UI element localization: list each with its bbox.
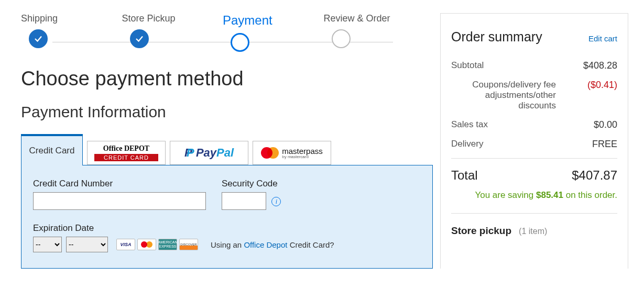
paypal-icon bbox=[184, 147, 194, 159]
store-pickup-heading: Store pickup (1 item) bbox=[451, 213, 617, 237]
paypal-pal: Pal bbox=[216, 146, 234, 160]
accepted-cards: VISA AMERICAN EXPRESS DISCOVER bbox=[116, 239, 198, 250]
check-icon bbox=[130, 29, 149, 48]
info-icon[interactable]: i bbox=[271, 197, 281, 206]
masterpass-label: masterpass by mastercard bbox=[282, 147, 323, 159]
savings-message: You are saving $85.41 on this order. bbox=[451, 190, 617, 201]
payment-method-tabs: Credit Card Office DEPOT CREDIT CARD Pay… bbox=[21, 134, 424, 165]
step-store-pickup[interactable]: Store Pickup bbox=[122, 13, 223, 48]
step-label: Store Pickup bbox=[122, 13, 176, 24]
cc-number-field: Credit Card Number bbox=[33, 179, 206, 210]
credit-card-panel: Credit Card Number Security Code i Expir… bbox=[21, 165, 433, 269]
tab-masterpass[interactable]: masterpass by mastercard bbox=[253, 141, 331, 165]
line-sales-tax: Sales tax $0.00 bbox=[451, 119, 617, 130]
edit-cart-link[interactable]: Edit cart bbox=[588, 34, 617, 43]
exp-year-select[interactable]: -- bbox=[66, 237, 108, 252]
exp-month-select[interactable]: -- bbox=[33, 237, 62, 252]
mastercard-icon bbox=[137, 239, 156, 250]
cc-code-field: Security Code i bbox=[222, 179, 281, 210]
step-review-order[interactable]: Review & Order bbox=[324, 13, 425, 48]
visa-icon: VISA bbox=[116, 239, 135, 250]
office-depot-logo: Office DEPOT bbox=[103, 144, 149, 152]
checkout-stepper: Shipping Store Pickup Payment Review & O… bbox=[21, 13, 424, 52]
cc-number-input[interactable] bbox=[33, 192, 206, 210]
future-step-icon bbox=[332, 29, 351, 48]
order-summary-title: Order summary bbox=[451, 29, 542, 45]
tab-credit-card[interactable]: Credit Card bbox=[21, 134, 83, 165]
discover-icon: DISCOVER bbox=[179, 239, 198, 250]
summary-separator bbox=[451, 158, 617, 159]
line-subtotal: Subtotal $408.28 bbox=[451, 60, 617, 71]
office-depot-card-link[interactable]: Office Depot bbox=[244, 240, 287, 249]
tab-paypal[interactable]: PayPal bbox=[170, 141, 248, 165]
line-total: Total $407.87 bbox=[451, 168, 617, 183]
line-delivery: Delivery FREE bbox=[451, 139, 617, 150]
step-label: Payment bbox=[223, 13, 272, 28]
cc-code-input[interactable] bbox=[222, 192, 266, 210]
using-od-prompt: Using an Office Depot Credit Card? bbox=[211, 240, 334, 249]
cc-code-label: Security Code bbox=[222, 179, 281, 189]
check-icon bbox=[29, 29, 48, 48]
step-shipping[interactable]: Shipping bbox=[21, 13, 122, 48]
section-title: Payment Information bbox=[21, 103, 424, 121]
page-title: Choose payment method bbox=[21, 68, 424, 90]
current-step-icon bbox=[231, 33, 249, 52]
step-label: Shipping bbox=[21, 13, 58, 24]
step-label: Review & Order bbox=[324, 13, 390, 24]
amex-icon: AMERICAN EXPRESS bbox=[158, 239, 177, 250]
cc-number-label: Credit Card Number bbox=[33, 179, 206, 189]
expiration-field: Expiration Date -- -- VISA AMERICAN EXPR… bbox=[33, 223, 421, 252]
tab-office-depot-card[interactable]: Office DEPOT CREDIT CARD bbox=[87, 141, 166, 165]
line-discounts: Coupons/delivery fee adjustments/other d… bbox=[451, 80, 617, 111]
office-depot-strip: CREDIT CARD bbox=[94, 154, 158, 161]
paypal-pay: Pay bbox=[196, 146, 216, 160]
step-payment[interactable]: Payment bbox=[223, 13, 324, 52]
mastercard-icon bbox=[261, 147, 279, 159]
tab-label: Credit Card bbox=[29, 146, 75, 156]
order-summary: Order summary Edit cart Subtotal $408.28… bbox=[440, 13, 628, 269]
expiration-label: Expiration Date bbox=[33, 223, 421, 234]
